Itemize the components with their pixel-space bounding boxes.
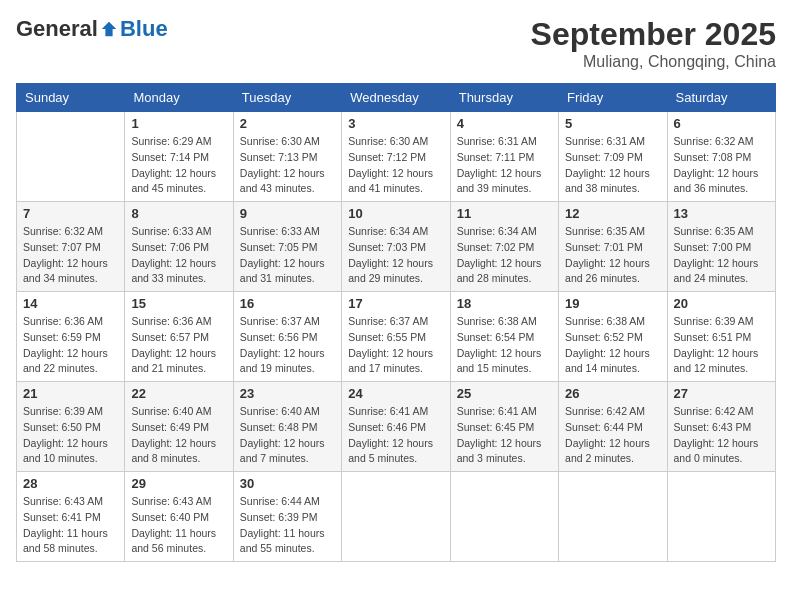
calendar-cell: 6Sunrise: 6:32 AM Sunset: 7:08 PM Daylig…: [667, 112, 775, 202]
calendar-cell: 17Sunrise: 6:37 AM Sunset: 6:55 PM Dayli…: [342, 292, 450, 382]
day-info: Sunrise: 6:38 AM Sunset: 6:52 PM Dayligh…: [565, 314, 660, 377]
weekday-header: Wednesday: [342, 84, 450, 112]
calendar-cell: 18Sunrise: 6:38 AM Sunset: 6:54 PM Dayli…: [450, 292, 558, 382]
logo: General Blue: [16, 16, 168, 42]
calendar-cell: [342, 472, 450, 562]
day-number: 23: [240, 386, 335, 401]
calendar-week-row: 7Sunrise: 6:32 AM Sunset: 7:07 PM Daylig…: [17, 202, 776, 292]
calendar-week-row: 21Sunrise: 6:39 AM Sunset: 6:50 PM Dayli…: [17, 382, 776, 472]
day-info: Sunrise: 6:35 AM Sunset: 7:01 PM Dayligh…: [565, 224, 660, 287]
location-subtitle: Muliang, Chongqing, China: [531, 53, 776, 71]
day-info: Sunrise: 6:31 AM Sunset: 7:09 PM Dayligh…: [565, 134, 660, 197]
day-number: 15: [131, 296, 226, 311]
calendar-cell: 1Sunrise: 6:29 AM Sunset: 7:14 PM Daylig…: [125, 112, 233, 202]
day-number: 2: [240, 116, 335, 131]
calendar-cell: 3Sunrise: 6:30 AM Sunset: 7:12 PM Daylig…: [342, 112, 450, 202]
calendar-cell: 29Sunrise: 6:43 AM Sunset: 6:40 PM Dayli…: [125, 472, 233, 562]
day-info: Sunrise: 6:43 AM Sunset: 6:41 PM Dayligh…: [23, 494, 118, 557]
day-info: Sunrise: 6:33 AM Sunset: 7:05 PM Dayligh…: [240, 224, 335, 287]
day-number: 22: [131, 386, 226, 401]
day-number: 13: [674, 206, 769, 221]
page-header: General Blue September 2025 Muliang, Cho…: [16, 16, 776, 71]
calendar-cell: 11Sunrise: 6:34 AM Sunset: 7:02 PM Dayli…: [450, 202, 558, 292]
day-number: 12: [565, 206, 660, 221]
day-info: Sunrise: 6:29 AM Sunset: 7:14 PM Dayligh…: [131, 134, 226, 197]
day-info: Sunrise: 6:36 AM Sunset: 6:59 PM Dayligh…: [23, 314, 118, 377]
day-number: 5: [565, 116, 660, 131]
calendar-cell: 9Sunrise: 6:33 AM Sunset: 7:05 PM Daylig…: [233, 202, 341, 292]
calendar-cell: 28Sunrise: 6:43 AM Sunset: 6:41 PM Dayli…: [17, 472, 125, 562]
calendar-cell: [17, 112, 125, 202]
day-number: 21: [23, 386, 118, 401]
calendar-cell: 4Sunrise: 6:31 AM Sunset: 7:11 PM Daylig…: [450, 112, 558, 202]
day-number: 24: [348, 386, 443, 401]
day-number: 1: [131, 116, 226, 131]
calendar-cell: 12Sunrise: 6:35 AM Sunset: 7:01 PM Dayli…: [559, 202, 667, 292]
day-info: Sunrise: 6:33 AM Sunset: 7:06 PM Dayligh…: [131, 224, 226, 287]
calendar-cell: [450, 472, 558, 562]
day-number: 16: [240, 296, 335, 311]
day-info: Sunrise: 6:30 AM Sunset: 7:13 PM Dayligh…: [240, 134, 335, 197]
title-block: September 2025 Muliang, Chongqing, China: [531, 16, 776, 71]
day-info: Sunrise: 6:37 AM Sunset: 6:56 PM Dayligh…: [240, 314, 335, 377]
calendar-cell: 8Sunrise: 6:33 AM Sunset: 7:06 PM Daylig…: [125, 202, 233, 292]
calendar-cell: 27Sunrise: 6:42 AM Sunset: 6:43 PM Dayli…: [667, 382, 775, 472]
calendar-cell: 24Sunrise: 6:41 AM Sunset: 6:46 PM Dayli…: [342, 382, 450, 472]
calendar-cell: 20Sunrise: 6:39 AM Sunset: 6:51 PM Dayli…: [667, 292, 775, 382]
weekday-header: Sunday: [17, 84, 125, 112]
calendar-cell: 23Sunrise: 6:40 AM Sunset: 6:48 PM Dayli…: [233, 382, 341, 472]
day-number: 4: [457, 116, 552, 131]
day-info: Sunrise: 6:43 AM Sunset: 6:40 PM Dayligh…: [131, 494, 226, 557]
weekday-header: Monday: [125, 84, 233, 112]
day-number: 8: [131, 206, 226, 221]
calendar-table: SundayMondayTuesdayWednesdayThursdayFrid…: [16, 83, 776, 562]
logo-general-text: General: [16, 16, 98, 42]
day-number: 9: [240, 206, 335, 221]
calendar-cell: 10Sunrise: 6:34 AM Sunset: 7:03 PM Dayli…: [342, 202, 450, 292]
day-number: 25: [457, 386, 552, 401]
calendar-cell: 5Sunrise: 6:31 AM Sunset: 7:09 PM Daylig…: [559, 112, 667, 202]
calendar-cell: 19Sunrise: 6:38 AM Sunset: 6:52 PM Dayli…: [559, 292, 667, 382]
day-number: 28: [23, 476, 118, 491]
day-number: 6: [674, 116, 769, 131]
calendar-cell: 14Sunrise: 6:36 AM Sunset: 6:59 PM Dayli…: [17, 292, 125, 382]
logo-icon: [100, 20, 118, 38]
day-info: Sunrise: 6:40 AM Sunset: 6:49 PM Dayligh…: [131, 404, 226, 467]
calendar-cell: 2Sunrise: 6:30 AM Sunset: 7:13 PM Daylig…: [233, 112, 341, 202]
day-info: Sunrise: 6:32 AM Sunset: 7:08 PM Dayligh…: [674, 134, 769, 197]
day-info: Sunrise: 6:42 AM Sunset: 6:44 PM Dayligh…: [565, 404, 660, 467]
day-info: Sunrise: 6:41 AM Sunset: 6:46 PM Dayligh…: [348, 404, 443, 467]
day-info: Sunrise: 6:39 AM Sunset: 6:50 PM Dayligh…: [23, 404, 118, 467]
day-info: Sunrise: 6:35 AM Sunset: 7:00 PM Dayligh…: [674, 224, 769, 287]
day-number: 30: [240, 476, 335, 491]
day-number: 7: [23, 206, 118, 221]
calendar-header-row: SundayMondayTuesdayWednesdayThursdayFrid…: [17, 84, 776, 112]
calendar-cell: 30Sunrise: 6:44 AM Sunset: 6:39 PM Dayli…: [233, 472, 341, 562]
logo-blue-text: Blue: [120, 16, 168, 42]
day-number: 17: [348, 296, 443, 311]
weekday-header: Tuesday: [233, 84, 341, 112]
calendar-cell: 13Sunrise: 6:35 AM Sunset: 7:00 PM Dayli…: [667, 202, 775, 292]
calendar-cell: [559, 472, 667, 562]
weekday-header: Thursday: [450, 84, 558, 112]
calendar-week-row: 28Sunrise: 6:43 AM Sunset: 6:41 PM Dayli…: [17, 472, 776, 562]
day-info: Sunrise: 6:31 AM Sunset: 7:11 PM Dayligh…: [457, 134, 552, 197]
day-number: 20: [674, 296, 769, 311]
svg-marker-0: [102, 22, 116, 36]
weekday-header: Friday: [559, 84, 667, 112]
calendar-cell: 21Sunrise: 6:39 AM Sunset: 6:50 PM Dayli…: [17, 382, 125, 472]
day-info: Sunrise: 6:42 AM Sunset: 6:43 PM Dayligh…: [674, 404, 769, 467]
calendar-cell: [667, 472, 775, 562]
calendar-cell: 15Sunrise: 6:36 AM Sunset: 6:57 PM Dayli…: [125, 292, 233, 382]
calendar-cell: 25Sunrise: 6:41 AM Sunset: 6:45 PM Dayli…: [450, 382, 558, 472]
day-info: Sunrise: 6:40 AM Sunset: 6:48 PM Dayligh…: [240, 404, 335, 467]
day-number: 10: [348, 206, 443, 221]
day-number: 27: [674, 386, 769, 401]
month-title: September 2025: [531, 16, 776, 53]
day-info: Sunrise: 6:32 AM Sunset: 7:07 PM Dayligh…: [23, 224, 118, 287]
day-info: Sunrise: 6:34 AM Sunset: 7:03 PM Dayligh…: [348, 224, 443, 287]
day-info: Sunrise: 6:30 AM Sunset: 7:12 PM Dayligh…: [348, 134, 443, 197]
day-info: Sunrise: 6:37 AM Sunset: 6:55 PM Dayligh…: [348, 314, 443, 377]
weekday-header: Saturday: [667, 84, 775, 112]
day-info: Sunrise: 6:34 AM Sunset: 7:02 PM Dayligh…: [457, 224, 552, 287]
